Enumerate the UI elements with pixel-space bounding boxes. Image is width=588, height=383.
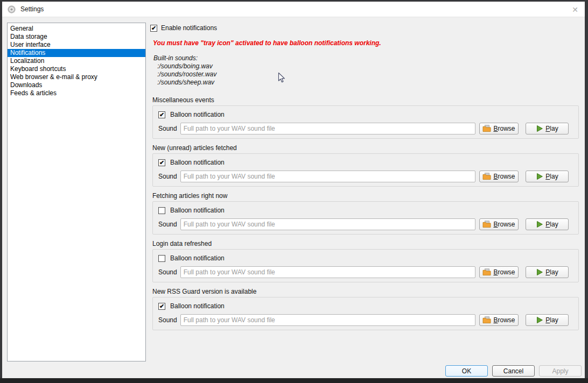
balloon-row: ✔ Balloon notification	[158, 111, 569, 118]
play-icon	[536, 221, 543, 228]
section-group-box: ✔ Balloon notification Sound Browse	[152, 153, 579, 187]
play-button[interactable]: Play	[526, 314, 569, 326]
browse-button[interactable]: Browse	[479, 314, 519, 326]
close-icon[interactable]: ✕	[569, 3, 582, 16]
apply-button: Apply	[539, 365, 582, 377]
builtin-sound-file: :/sounds/sheep.wav	[153, 79, 216, 87]
sidebar-item-data-storage[interactable]: Data storage	[8, 33, 145, 41]
section-title: Login data refreshed	[152, 240, 579, 249]
tray-icon-warning: You must have "tray icon" activated to h…	[153, 39, 454, 47]
title-bar: Settings ✕	[2, 2, 585, 17]
sound-label: Sound	[158, 316, 177, 324]
dialog-buttons: OK Cancel Apply	[445, 365, 582, 377]
play-button[interactable]: Play	[526, 218, 569, 230]
sound-path-input[interactable]	[180, 171, 475, 182]
balloon-notification-label: Balloon notification	[170, 159, 225, 166]
sidebar-item-general[interactable]: General	[8, 25, 145, 33]
settings-category-list: GeneralData storageUser interfaceNotific…	[7, 23, 146, 361]
browse-label: Browse	[493, 173, 515, 180]
taskbar-strip	[0, 378, 588, 383]
sound-label: Sound	[158, 221, 177, 228]
folder-icon	[482, 221, 491, 228]
folder-icon	[482, 316, 491, 324]
section-group-box: ✔ Balloon notification Sound Browse	[152, 105, 579, 139]
sidebar-item-feeds-articles[interactable]: Feeds & articles	[8, 89, 145, 97]
balloon-notification-checkbox[interactable]: ✔	[158, 303, 165, 310]
browse-button[interactable]: Browse	[479, 123, 519, 134]
settings-gear-icon	[7, 5, 16, 14]
browse-button[interactable]: Browse	[479, 266, 519, 278]
balloon-row: Balloon notification	[158, 207, 569, 214]
balloon-notification-label: Balloon notification	[170, 207, 225, 214]
play-button[interactable]: Play	[526, 123, 569, 134]
play-label: Play	[545, 316, 558, 324]
notification-sections: Miscellaneous events ✔ Balloon notificat…	[152, 96, 579, 336]
section-group-box: Balloon notification Sound Browse Play	[152, 249, 579, 282]
ok-button[interactable]: OK	[445, 365, 488, 377]
notification-section: Fetching articles right now Balloon noti…	[152, 192, 579, 235]
sound-path-input[interactable]	[180, 218, 475, 230]
sidebar-item-keyboard-shortcuts[interactable]: Keyboard shortcuts	[8, 65, 145, 73]
play-icon	[536, 268, 543, 276]
notification-section: New RSS Guard version is available ✔ Bal…	[152, 288, 579, 330]
balloon-row: ✔ Balloon notification	[158, 302, 569, 310]
sound-row: Sound Browse Play	[158, 218, 569, 230]
play-label: Play	[545, 221, 558, 228]
section-title: New RSS Guard version is available	[152, 288, 579, 297]
notification-section: New (unread) articles fetched ✔ Balloon …	[152, 144, 579, 187]
browse-label: Browse	[493, 316, 515, 324]
folder-icon	[482, 125, 491, 132]
builtin-sound-file: :/sounds/rooster.wav	[153, 70, 216, 79]
window-title: Settings	[20, 5, 44, 13]
balloon-notification-label: Balloon notification	[170, 254, 225, 262]
sidebar-item-user-interface[interactable]: User interface	[8, 41, 145, 49]
sidebar-item-downloads[interactable]: Downloads	[8, 81, 145, 89]
notification-section: Login data refreshed Balloon notificatio…	[152, 240, 579, 282]
sound-path-input[interactable]	[180, 123, 475, 134]
balloon-notification-label: Balloon notification	[170, 111, 225, 118]
play-label: Play	[545, 125, 558, 132]
sound-row: Sound Browse Play	[158, 171, 569, 182]
section-title: Miscellaneous events	[152, 96, 579, 105]
sound-label: Sound	[158, 268, 177, 276]
balloon-notification-label: Balloon notification	[170, 302, 225, 310]
builtin-sounds-block: Built-in sounds: :/sounds/boing.wav :/so…	[153, 54, 216, 87]
notification-section: Miscellaneous events ✔ Balloon notificat…	[152, 96, 579, 139]
play-label: Play	[545, 173, 558, 180]
builtin-sounds-heading: Built-in sounds:	[153, 54, 216, 62]
sidebar-item-web-browser-e-mail-proxy[interactable]: Web browser & e-mail & proxy	[8, 73, 145, 81]
folder-icon	[482, 173, 491, 180]
enable-notifications-checkbox[interactable]: ✔	[150, 25, 157, 32]
balloon-notification-checkbox[interactable]: ✔	[158, 111, 165, 118]
enable-notifications-label: Enable notifications	[161, 24, 217, 32]
sound-row: Sound Browse Play	[158, 123, 569, 134]
balloon-notification-checkbox[interactable]: ✔	[158, 159, 165, 166]
sound-row: Sound Browse Play	[158, 266, 569, 278]
play-icon	[536, 125, 543, 132]
screen: { "window": { "title": "Settings", "clos…	[0, 0, 588, 383]
balloon-row: ✔ Balloon notification	[158, 159, 569, 166]
section-title: Fetching articles right now	[152, 192, 579, 201]
play-button[interactable]: Play	[526, 171, 569, 182]
browse-label: Browse	[493, 125, 515, 132]
balloon-notification-checkbox[interactable]	[158, 255, 165, 262]
sidebar-item-notifications[interactable]: Notifications	[8, 49, 145, 57]
browse-button[interactable]: Browse	[479, 171, 519, 182]
settings-dialog: Settings ✕ GeneralData storageUser inter…	[2, 2, 585, 378]
sidebar-item-localization[interactable]: Localization	[8, 57, 145, 65]
play-label: Play	[545, 268, 558, 276]
section-group-box: ✔ Balloon notification Sound Browse	[152, 297, 579, 330]
section-title: New (unread) articles fetched	[152, 144, 579, 153]
enable-notifications-row: ✔ Enable notifications	[150, 24, 217, 32]
play-button[interactable]: Play	[526, 266, 569, 278]
browse-button[interactable]: Browse	[479, 218, 519, 230]
sound-path-input[interactable]	[180, 266, 475, 278]
sound-label: Sound	[158, 173, 177, 180]
cancel-button[interactable]: Cancel	[492, 365, 535, 377]
browse-label: Browse	[493, 268, 515, 276]
sound-label: Sound	[158, 125, 177, 132]
balloon-notification-checkbox[interactable]	[158, 207, 165, 214]
sound-path-input[interactable]	[180, 314, 475, 326]
play-icon	[536, 173, 543, 180]
balloon-row: Balloon notification	[158, 254, 569, 262]
